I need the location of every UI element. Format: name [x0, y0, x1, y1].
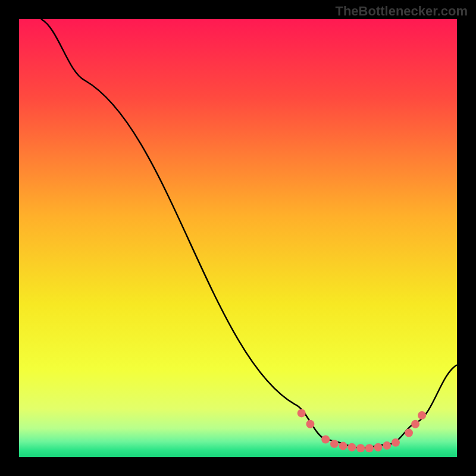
data-marker: [330, 440, 339, 448]
curve-layer: [19, 19, 457, 457]
watermark-text: TheBottlenecker.com: [335, 4, 468, 19]
data-marker: [365, 444, 374, 452]
data-marker: [339, 442, 347, 450]
bottleneck-curve: [41, 19, 457, 448]
data-marker: [347, 443, 356, 452]
data-marker: [356, 444, 365, 452]
data-marker: [418, 411, 426, 419]
data-marker: [383, 441, 391, 450]
data-marker: [306, 420, 314, 428]
data-marker: [405, 429, 413, 437]
data-marker: [321, 436, 330, 444]
data-marker: [374, 443, 383, 452]
data-marker: [392, 439, 400, 447]
data-marker: [298, 409, 306, 417]
data-marker: [411, 420, 419, 428]
chart-plot-area: [19, 19, 457, 457]
